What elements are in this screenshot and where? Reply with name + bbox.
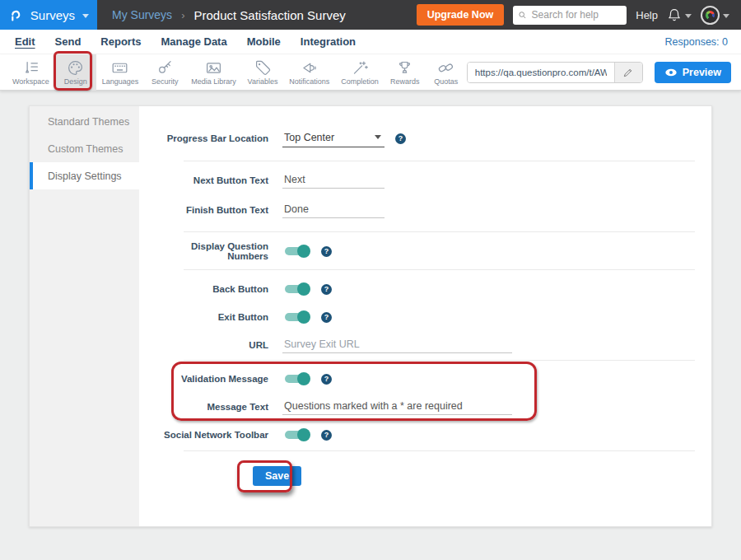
chevron-down-icon <box>685 14 692 18</box>
help-icon[interactable]: ? <box>321 312 332 323</box>
divider <box>184 360 695 361</box>
save-button[interactable]: Save <box>253 466 301 486</box>
tool-rewards[interactable]: Rewards <box>384 54 426 91</box>
finish-button-text-row: Finish Button Text <box>149 196 695 224</box>
tool-completion[interactable]: Completion <box>335 54 384 91</box>
rewards-icon <box>396 59 413 77</box>
back-button-label: Back Button <box>149 284 268 294</box>
preview-label: Preview <box>683 67 721 78</box>
tool-workspace[interactable]: Workspace <box>7 54 55 91</box>
progress-bar-location-select[interactable]: Top Center <box>282 130 384 147</box>
tool-label: Completion <box>341 77 379 86</box>
help-icon[interactable]: ? <box>321 374 332 385</box>
tool-quotas[interactable]: Quotas <box>426 54 467 91</box>
social-network-toolbar-label: Social Network Toolbar <box>149 430 268 440</box>
next-button-text-label: Next Button Text <box>149 175 268 185</box>
back-button-toggle[interactable] <box>285 285 308 293</box>
edit-url-button[interactable] <box>614 63 642 82</box>
menu-item-reports[interactable]: Reports <box>100 35 141 48</box>
exit-button-toggle[interactable] <box>285 313 308 321</box>
tool-design[interactable]: Design <box>55 54 96 91</box>
menu-item-integration[interactable]: Integration <box>301 35 356 48</box>
quotas-icon <box>437 59 454 77</box>
breadcrumb-my-surveys[interactable]: My Surveys <box>112 8 172 21</box>
tool-variables[interactable]: Variables <box>242 54 284 91</box>
account-menu-button[interactable] <box>701 6 729 25</box>
surveys-product-menu[interactable]: Surveys <box>0 0 97 30</box>
edit-toolbar: Workspace Design Languages <box>0 54 741 91</box>
sidebar-item-standard-themes[interactable]: Standard Themes <box>30 108 139 135</box>
tool-notifications[interactable]: Notifications <box>283 54 335 91</box>
media-library-icon <box>205 59 222 77</box>
survey-nav-menu: Edit Send Reports Manage Data Mobile Int… <box>0 30 741 54</box>
menu-item-manage-data[interactable]: Manage Data <box>161 35 226 48</box>
next-button-text-row: Next Button Text <box>149 166 695 194</box>
upgrade-now-button[interactable]: Upgrade Now <box>417 4 505 26</box>
search-input[interactable] <box>532 9 622 21</box>
notifications-icon <box>301 59 318 77</box>
security-icon <box>156 59 174 77</box>
tool-label: Media Library <box>191 77 236 86</box>
design-sidebar: Standard Themes Custom Themes Display Se… <box>30 106 139 526</box>
exit-url-input[interactable] <box>282 337 512 353</box>
completion-icon <box>352 59 369 77</box>
display-question-numbers-toggle[interactable] <box>285 247 308 255</box>
validation-message-row: Validation Message ? <box>149 365 695 393</box>
finish-button-text-input[interactable] <box>282 202 384 218</box>
preview-button[interactable]: Preview <box>655 62 731 83</box>
page-title: Product Satisfaction Survey <box>193 8 345 22</box>
tool-media-library[interactable]: Media Library <box>185 54 241 91</box>
chevron-down-icon <box>375 135 381 139</box>
top-header: Surveys My Surveys › Product Satisfactio… <box>0 0 741 30</box>
help-icon[interactable]: ? <box>321 284 332 295</box>
message-text-label: Message Text <box>149 402 268 412</box>
display-question-numbers-row: Display Question Numbers ? <box>149 237 695 265</box>
finish-button-text-label: Finish Button Text <box>149 205 268 215</box>
sidebar-item-custom-themes[interactable]: Custom Themes <box>30 135 139 162</box>
divider <box>184 231 695 232</box>
divider <box>184 269 695 270</box>
tool-label: Workspace <box>12 77 49 86</box>
responses-count[interactable]: Responses: 0 <box>665 36 728 48</box>
avatar <box>701 6 720 25</box>
survey-url-group: Preview <box>467 62 741 83</box>
menu-item-mobile[interactable]: Mobile <box>247 35 281 48</box>
back-button-row: Back Button ? <box>149 275 695 303</box>
validation-message-toggle[interactable] <box>285 375 308 383</box>
tool-label: Variables <box>248 77 278 86</box>
progress-bar-location-label: Progress Bar Location <box>149 133 268 143</box>
tool-security[interactable]: Security <box>144 54 185 91</box>
help-icon[interactable]: ? <box>395 133 406 144</box>
help-search[interactable] <box>513 6 627 25</box>
variables-icon <box>254 59 272 77</box>
help-link[interactable]: Help <box>636 9 658 21</box>
sidebar-item-display-settings[interactable]: Display Settings <box>30 162 139 189</box>
main-content: Standard Themes Custom Themes Display Se… <box>0 91 741 527</box>
questionpro-design-settings-page: Surveys My Surveys › Product Satisfactio… <box>0 0 741 560</box>
validation-message-label: Validation Message <box>149 374 268 384</box>
header-right: Upgrade Now Help <box>417 4 741 26</box>
tool-label: Languages <box>102 77 139 86</box>
survey-url-box <box>467 62 643 83</box>
workspace-icon <box>22 59 40 77</box>
pencil-icon <box>622 67 634 78</box>
help-icon[interactable]: ? <box>321 430 332 441</box>
menu-item-edit[interactable]: Edit <box>15 35 35 48</box>
selected-value: Top Center <box>284 132 334 143</box>
menu-item-send[interactable]: Send <box>55 35 82 48</box>
social-network-toolbar-toggle[interactable] <box>285 431 308 439</box>
progress-bar-location-row: Progress Bar Location Top Center ? <box>149 123 695 154</box>
tool-label: Security <box>151 77 179 86</box>
survey-url-input[interactable] <box>468 63 614 82</box>
tool-label: Rewards <box>390 77 420 86</box>
next-button-text-input[interactable] <box>282 172 384 189</box>
divider <box>184 161 695 161</box>
exit-button-row: Exit Button ? <box>149 303 695 331</box>
tool-label: Quotas <box>434 77 458 86</box>
tool-languages[interactable]: Languages <box>96 54 144 91</box>
divider <box>184 450 695 451</box>
message-text-input[interactable] <box>282 399 512 415</box>
notifications-bell-button[interactable] <box>667 7 692 22</box>
chevron-down-icon <box>723 14 729 18</box>
help-icon[interactable]: ? <box>321 246 332 257</box>
